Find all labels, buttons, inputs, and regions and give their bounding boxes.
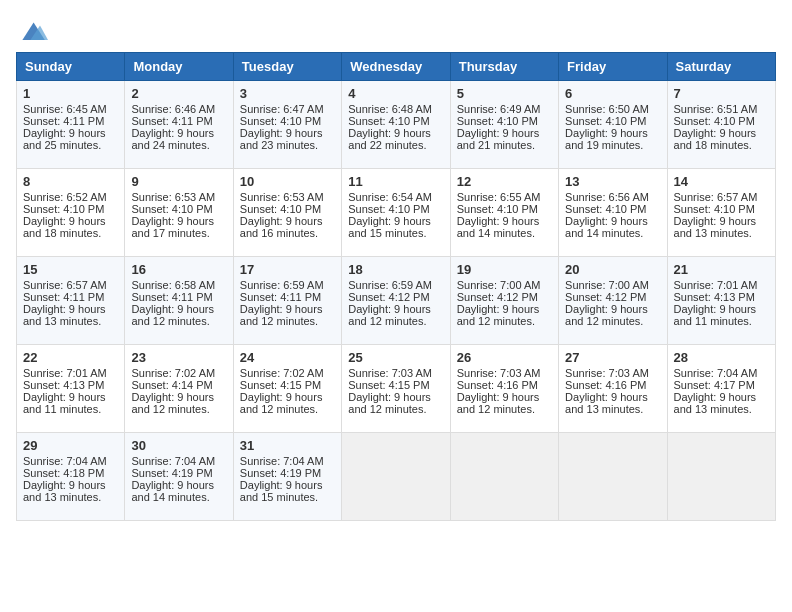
sunset: Sunset: 4:13 PM — [674, 291, 755, 303]
calendar-cell: 15Sunrise: 6:57 AMSunset: 4:11 PMDayligh… — [17, 257, 125, 345]
sunset: Sunset: 4:10 PM — [674, 203, 755, 215]
sunrise: Sunrise: 6:46 AM — [131, 103, 215, 115]
sunrise: Sunrise: 7:00 AM — [565, 279, 649, 291]
day-number: 30 — [131, 438, 226, 453]
sunset: Sunset: 4:11 PM — [131, 291, 212, 303]
sunrise: Sunrise: 6:53 AM — [240, 191, 324, 203]
daylight: Daylight: 9 hours and 14 minutes. — [457, 215, 540, 239]
sunrise: Sunrise: 7:00 AM — [457, 279, 541, 291]
day-number: 14 — [674, 174, 769, 189]
day-number: 3 — [240, 86, 335, 101]
sunrise: Sunrise: 6:59 AM — [240, 279, 324, 291]
calendar-cell — [559, 433, 667, 521]
sunset: Sunset: 4:17 PM — [674, 379, 755, 391]
calendar-cell — [667, 433, 775, 521]
day-header-saturday: Saturday — [667, 53, 775, 81]
logo — [16, 16, 52, 44]
calendar-cell: 16Sunrise: 6:58 AMSunset: 4:11 PMDayligh… — [125, 257, 233, 345]
day-number: 11 — [348, 174, 443, 189]
page-header — [16, 16, 776, 44]
sunrise: Sunrise: 6:47 AM — [240, 103, 324, 115]
sunrise: Sunrise: 7:03 AM — [565, 367, 649, 379]
day-number: 28 — [674, 350, 769, 365]
sunset: Sunset: 4:10 PM — [457, 203, 538, 215]
sunrise: Sunrise: 7:02 AM — [240, 367, 324, 379]
day-header-thursday: Thursday — [450, 53, 558, 81]
calendar-cell: 28Sunrise: 7:04 AMSunset: 4:17 PMDayligh… — [667, 345, 775, 433]
day-number: 12 — [457, 174, 552, 189]
sunset: Sunset: 4:11 PM — [240, 291, 321, 303]
sunset: Sunset: 4:11 PM — [131, 115, 212, 127]
day-number: 2 — [131, 86, 226, 101]
calendar-cell: 12Sunrise: 6:55 AMSunset: 4:10 PMDayligh… — [450, 169, 558, 257]
sunset: Sunset: 4:11 PM — [23, 291, 104, 303]
day-number: 8 — [23, 174, 118, 189]
calendar-cell: 17Sunrise: 6:59 AMSunset: 4:11 PMDayligh… — [233, 257, 341, 345]
daylight: Daylight: 9 hours and 12 minutes. — [565, 303, 648, 327]
day-number: 31 — [240, 438, 335, 453]
daylight: Daylight: 9 hours and 15 minutes. — [348, 215, 431, 239]
sunrise: Sunrise: 6:57 AM — [23, 279, 107, 291]
daylight: Daylight: 9 hours and 12 minutes. — [457, 391, 540, 415]
sunset: Sunset: 4:19 PM — [240, 467, 321, 479]
day-number: 18 — [348, 262, 443, 277]
calendar-cell — [342, 433, 450, 521]
calendar-cell: 27Sunrise: 7:03 AMSunset: 4:16 PMDayligh… — [559, 345, 667, 433]
sunset: Sunset: 4:12 PM — [457, 291, 538, 303]
calendar-cell: 25Sunrise: 7:03 AMSunset: 4:15 PMDayligh… — [342, 345, 450, 433]
sunset: Sunset: 4:16 PM — [457, 379, 538, 391]
day-number: 19 — [457, 262, 552, 277]
sunset: Sunset: 4:19 PM — [131, 467, 212, 479]
sunset: Sunset: 4:13 PM — [23, 379, 104, 391]
day-number: 15 — [23, 262, 118, 277]
sunset: Sunset: 4:10 PM — [674, 115, 755, 127]
day-number: 9 — [131, 174, 226, 189]
calendar-cell: 9Sunrise: 6:53 AMSunset: 4:10 PMDaylight… — [125, 169, 233, 257]
calendar-cell: 8Sunrise: 6:52 AMSunset: 4:10 PMDaylight… — [17, 169, 125, 257]
day-number: 10 — [240, 174, 335, 189]
day-number: 21 — [674, 262, 769, 277]
sunset: Sunset: 4:15 PM — [348, 379, 429, 391]
daylight: Daylight: 9 hours and 13 minutes. — [674, 391, 757, 415]
day-number: 23 — [131, 350, 226, 365]
day-number: 7 — [674, 86, 769, 101]
daylight: Daylight: 9 hours and 24 minutes. — [131, 127, 214, 151]
daylight: Daylight: 9 hours and 14 minutes. — [131, 479, 214, 503]
calendar-cell: 26Sunrise: 7:03 AMSunset: 4:16 PMDayligh… — [450, 345, 558, 433]
calendar-cell: 3Sunrise: 6:47 AMSunset: 4:10 PMDaylight… — [233, 81, 341, 169]
daylight: Daylight: 9 hours and 12 minutes. — [240, 391, 323, 415]
daylight: Daylight: 9 hours and 25 minutes. — [23, 127, 106, 151]
day-header-wednesday: Wednesday — [342, 53, 450, 81]
sunset: Sunset: 4:12 PM — [565, 291, 646, 303]
day-number: 24 — [240, 350, 335, 365]
sunset: Sunset: 4:10 PM — [565, 203, 646, 215]
daylight: Daylight: 9 hours and 12 minutes. — [131, 303, 214, 327]
sunset: Sunset: 4:12 PM — [348, 291, 429, 303]
sunset: Sunset: 4:14 PM — [131, 379, 212, 391]
daylight: Daylight: 9 hours and 13 minutes. — [674, 215, 757, 239]
sunset: Sunset: 4:10 PM — [131, 203, 212, 215]
day-number: 6 — [565, 86, 660, 101]
sunset: Sunset: 4:16 PM — [565, 379, 646, 391]
day-header-tuesday: Tuesday — [233, 53, 341, 81]
calendar-cell: 10Sunrise: 6:53 AMSunset: 4:10 PMDayligh… — [233, 169, 341, 257]
daylight: Daylight: 9 hours and 19 minutes. — [565, 127, 648, 151]
daylight: Daylight: 9 hours and 11 minutes. — [23, 391, 106, 415]
sunrise: Sunrise: 7:04 AM — [23, 455, 107, 467]
day-header-sunday: Sunday — [17, 53, 125, 81]
calendar-week-1: 1Sunrise: 6:45 AMSunset: 4:11 PMDaylight… — [17, 81, 776, 169]
sunrise: Sunrise: 7:03 AM — [348, 367, 432, 379]
day-header-friday: Friday — [559, 53, 667, 81]
calendar-cell: 7Sunrise: 6:51 AMSunset: 4:10 PMDaylight… — [667, 81, 775, 169]
calendar-cell: 6Sunrise: 6:50 AMSunset: 4:10 PMDaylight… — [559, 81, 667, 169]
day-number: 26 — [457, 350, 552, 365]
sunrise: Sunrise: 6:59 AM — [348, 279, 432, 291]
sunset: Sunset: 4:10 PM — [348, 203, 429, 215]
sunrise: Sunrise: 6:50 AM — [565, 103, 649, 115]
daylight: Daylight: 9 hours and 16 minutes. — [240, 215, 323, 239]
sunrise: Sunrise: 6:45 AM — [23, 103, 107, 115]
calendar-week-4: 22Sunrise: 7:01 AMSunset: 4:13 PMDayligh… — [17, 345, 776, 433]
sunrise: Sunrise: 6:58 AM — [131, 279, 215, 291]
calendar-cell: 19Sunrise: 7:00 AMSunset: 4:12 PMDayligh… — [450, 257, 558, 345]
calendar-cell: 20Sunrise: 7:00 AMSunset: 4:12 PMDayligh… — [559, 257, 667, 345]
